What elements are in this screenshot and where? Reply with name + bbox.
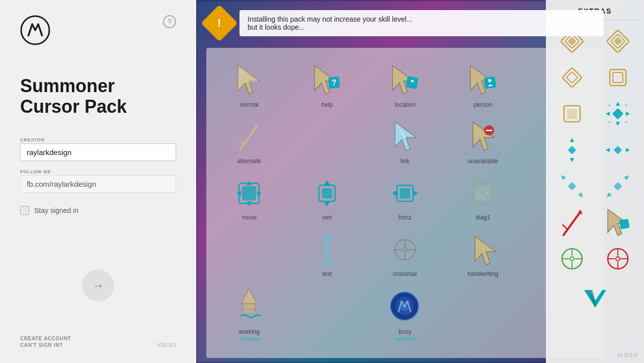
cursor-person[interactable]: person bbox=[445, 58, 521, 112]
svg-point-43 bbox=[403, 248, 407, 252]
extras-item-3[interactable] bbox=[551, 61, 594, 94]
svg-rect-30 bbox=[400, 188, 410, 198]
horiz-cursor-icon bbox=[387, 176, 423, 211]
extras-item-13[interactable] bbox=[551, 242, 594, 275]
svg-marker-76 bbox=[570, 138, 574, 142]
svg-marker-69 bbox=[616, 122, 620, 126]
cursor-vert[interactable]: vert bbox=[289, 171, 365, 225]
location-cursor-icon bbox=[387, 63, 423, 98]
cursor-horiz[interactable]: horiz bbox=[367, 171, 443, 225]
text-label: text bbox=[323, 270, 332, 277]
logo bbox=[20, 15, 50, 45]
svg-marker-86 bbox=[607, 192, 612, 197]
svg-rect-26 bbox=[322, 188, 332, 198]
svg-marker-14 bbox=[395, 122, 416, 151]
working-label: working bbox=[239, 328, 260, 335]
svg-marker-27 bbox=[324, 180, 330, 185]
cursor-crosshair[interactable]: crosshair bbox=[367, 227, 443, 281]
cursor-unavailable[interactable]: unavailable bbox=[445, 114, 521, 169]
working-animated-badge: animated bbox=[239, 336, 260, 341]
svg-rect-9 bbox=[484, 77, 496, 89]
svg-marker-80 bbox=[626, 148, 630, 152]
svg-rect-66 bbox=[567, 109, 577, 119]
svg-line-89 bbox=[562, 225, 568, 230]
working-cursor-icon bbox=[231, 288, 267, 324]
unavailable-label: unavailable bbox=[467, 158, 498, 165]
cursor-link[interactable]: link bbox=[367, 114, 443, 169]
cursor-help[interactable]: ? help bbox=[289, 58, 365, 112]
svg-marker-72 bbox=[608, 104, 611, 107]
svg-rect-39 bbox=[325, 235, 329, 265]
cursor-working[interactable]: working animated bbox=[211, 283, 287, 345]
arrow-right-icon: → bbox=[92, 278, 104, 293]
svg-rect-67 bbox=[612, 108, 623, 120]
cant-sign-in-link[interactable]: CAN'T SIGN IN? bbox=[20, 342, 71, 348]
svg-rect-64 bbox=[613, 72, 623, 83]
extras-item-14[interactable] bbox=[597, 242, 639, 275]
extras-item-4[interactable] bbox=[597, 61, 639, 94]
follow-label: FOLLOW ME bbox=[20, 169, 176, 174]
svg-point-100 bbox=[616, 257, 620, 261]
busy-animated-badge: animated bbox=[395, 336, 415, 341]
extras-icon-3 bbox=[559, 65, 585, 90]
text-cursor-icon bbox=[309, 232, 345, 267]
cursor-move[interactable]: move bbox=[211, 171, 287, 225]
extras-icon-8 bbox=[605, 137, 630, 163]
cursor-handwriting[interactable]: handwriting bbox=[445, 227, 521, 281]
svg-marker-82 bbox=[561, 175, 566, 180]
alternate-label: alternate bbox=[237, 158, 261, 165]
svg-line-88 bbox=[564, 211, 581, 235]
extras-item-9[interactable] bbox=[551, 170, 594, 203]
cursor-normal[interactable]: normal bbox=[211, 58, 287, 112]
extras-item-7[interactable] bbox=[551, 133, 594, 167]
svg-rect-62 bbox=[567, 72, 578, 84]
busy-cursor-icon bbox=[387, 288, 423, 324]
extras-icon-10 bbox=[605, 174, 630, 199]
warning-text-box: Installing this pack may not increase yo… bbox=[239, 10, 604, 36]
svg-rect-57 bbox=[568, 37, 577, 46]
create-account-link[interactable]: CREATE ACCOUNT bbox=[20, 336, 71, 341]
extras-direction-pad[interactable] bbox=[597, 97, 639, 130]
normal-label: normal bbox=[240, 101, 259, 108]
svg-point-94 bbox=[570, 257, 574, 261]
follow-field: FOLLOW ME fb.com/raylarkdesign bbox=[20, 169, 176, 193]
unavailable-cursor-icon bbox=[465, 119, 501, 155]
svg-rect-63 bbox=[610, 69, 626, 86]
extras-item-11[interactable] bbox=[551, 206, 594, 239]
creator-field: CREATOR raylarkdesign bbox=[20, 137, 176, 161]
handwriting-cursor-icon bbox=[465, 232, 501, 267]
follow-value[interactable]: fb.com/raylarkdesign bbox=[27, 180, 170, 188]
move-label: move bbox=[242, 214, 257, 221]
extras-icon-7 bbox=[559, 137, 585, 163]
page-title: SummonerCursor Pack bbox=[20, 76, 176, 117]
extras-item-8[interactable] bbox=[597, 133, 639, 167]
link-label: link bbox=[400, 158, 410, 165]
stay-signed-checkbox[interactable] bbox=[20, 206, 29, 215]
svg-marker-48 bbox=[475, 236, 496, 265]
diag1-label: diag1 bbox=[475, 214, 490, 221]
help-icon[interactable]: ? bbox=[163, 15, 176, 28]
extras-panel: EXTRAS bbox=[546, 0, 644, 363]
extras-version: v1.0.0.0 bbox=[551, 352, 639, 358]
cursor-text[interactable]: text bbox=[289, 227, 365, 281]
cursor-busy[interactable]: busy animated bbox=[367, 283, 443, 345]
vert-label: vert bbox=[322, 214, 332, 221]
extras-item-10[interactable] bbox=[597, 170, 639, 203]
location-label: location bbox=[394, 101, 415, 108]
svg-marker-31 bbox=[392, 190, 397, 196]
extras-item-5[interactable] bbox=[551, 97, 594, 130]
cursor-alternate[interactable]: alternate bbox=[211, 114, 287, 169]
help-cursor-icon: ? bbox=[309, 63, 345, 98]
svg-marker-77 bbox=[570, 158, 574, 162]
extras-item-12[interactable] bbox=[597, 206, 639, 239]
extras-grid bbox=[551, 25, 639, 317]
cursor-diag1[interactable]: diag1 bbox=[445, 171, 521, 225]
svg-marker-28 bbox=[324, 201, 330, 206]
extras-icon-5 bbox=[559, 101, 585, 126]
cursor-location[interactable]: location bbox=[367, 58, 443, 112]
diag1-cursor-icon bbox=[465, 176, 501, 211]
svg-line-12 bbox=[239, 139, 244, 144]
extras-item-15[interactable] bbox=[551, 278, 639, 317]
login-button[interactable]: → bbox=[82, 269, 114, 302]
svg-rect-81 bbox=[613, 146, 622, 155]
